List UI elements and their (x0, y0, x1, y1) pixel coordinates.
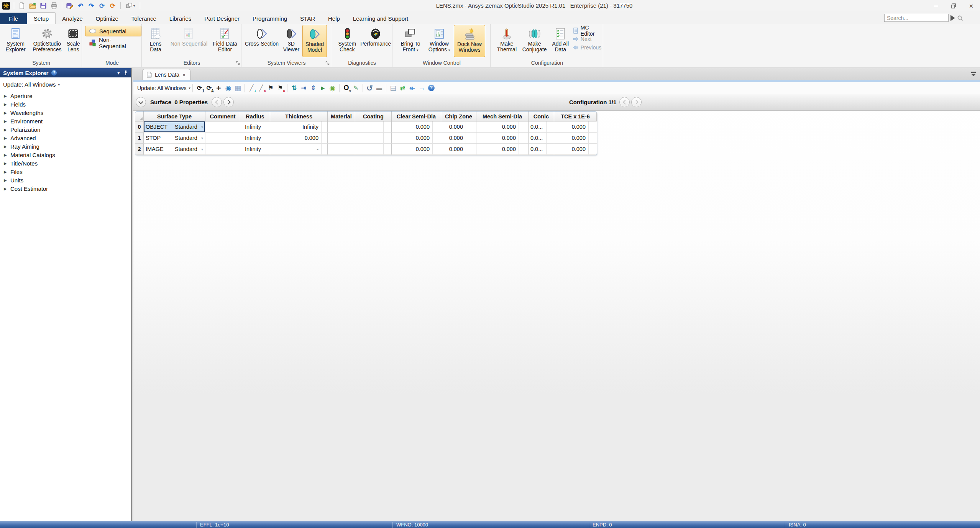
3d-viewer-button[interactable]: 3D Viewer (280, 25, 302, 57)
thickness-cell[interactable]: Infinity (270, 121, 322, 133)
chip-zone-solve-cell[interactable] (466, 121, 476, 133)
radius-solve-cell[interactable] (264, 121, 270, 133)
help-icon[interactable]: ? (427, 83, 436, 93)
tab-analyze[interactable]: Analyze (56, 13, 89, 24)
coating-cell[interactable] (355, 121, 384, 133)
print-icon[interactable] (49, 1, 59, 10)
tab-help[interactable]: Help (322, 13, 346, 24)
conic-cell[interactable]: 0.0... (529, 121, 547, 133)
refresh-icon[interactable]: ⟳ (97, 1, 107, 10)
reverse-system-icon[interactable]: ↺ (365, 83, 374, 93)
column-header[interactable]: TCE x 1E-6 (554, 112, 597, 121)
scale-surfaces-icon[interactable]: ⇕ (309, 83, 318, 93)
window-list-icon[interactable] (970, 71, 977, 77)
thickness-solve-cell[interactable] (322, 144, 328, 155)
comment-cell[interactable] (205, 121, 240, 133)
expand-arrow-icon[interactable]: ▶ (4, 187, 7, 191)
collapse-properties-button[interactable] (136, 97, 146, 107)
insert-after-icon[interactable]: ⇥ (299, 83, 309, 93)
previous-surface-button[interactable] (212, 97, 222, 107)
column-header[interactable]: Clear Semi-Dia (392, 112, 441, 121)
material-solve-cell[interactable] (349, 144, 355, 155)
close-tab-icon[interactable]: × (182, 72, 186, 78)
bring-to-front-button[interactable]: Bring To Front ▾ (396, 25, 425, 57)
radius-cell[interactable]: Infinity (240, 121, 264, 133)
conic-solve-cell[interactable] (547, 121, 554, 133)
surface-report-icon[interactable]: ▤ (388, 83, 398, 93)
chip-zone-cell[interactable]: 0.000 (441, 133, 466, 144)
comment-cell[interactable] (205, 144, 240, 155)
row-header[interactable]: 2 (135, 144, 144, 155)
column-header[interactable]: Surface Type (144, 112, 205, 121)
tab-libraries[interactable]: Libraries (163, 13, 198, 24)
previous-group-icon[interactable]: ↞ (407, 83, 417, 93)
scale-lens-button[interactable]: Scale Lens (65, 25, 82, 57)
toolbar-update-control[interactable]: Update: All Windows ▾ (137, 85, 190, 91)
row-header[interactable]: 1 (135, 133, 144, 144)
tce-cell[interactable]: 0.000 (554, 121, 589, 133)
tab-setup[interactable]: Setup (27, 12, 56, 24)
reverse-elements-icon[interactable]: ⇅ (289, 83, 299, 93)
radius-cell[interactable]: Infinity (240, 144, 264, 155)
expand-arrow-icon[interactable]: ▶ (4, 94, 7, 98)
help-icon[interactable]: ? (51, 70, 57, 76)
table-corner-cell[interactable] (135, 112, 144, 121)
clear-semi-dia-cell[interactable]: 0.000 (392, 121, 433, 133)
thickness-solve-cell[interactable] (322, 133, 328, 144)
thickness-cell[interactable]: 0.000 (270, 133, 322, 144)
radius-solve-cell[interactable] (264, 144, 270, 155)
mech-semi-dia-cell[interactable]: 0.000 (476, 121, 519, 133)
coating-cell[interactable] (355, 133, 384, 144)
tab-star[interactable]: STAR (294, 13, 322, 24)
cross-section-button[interactable]: Cross-Section (243, 25, 280, 57)
chip-zone-cell[interactable]: 0.000 (441, 144, 466, 155)
column-header[interactable]: Conic (529, 112, 554, 121)
chip-zone-solve-cell[interactable] (466, 144, 476, 155)
sidebar-item-environment[interactable]: ▶Environment (0, 117, 131, 125)
column-header[interactable]: Material (328, 112, 355, 121)
tab-part-designer[interactable]: Part Designer (198, 13, 246, 24)
dropdown-caret-icon[interactable]: ▾ (201, 125, 203, 129)
tab-lens-data[interactable]: Lens Data × (142, 69, 190, 80)
sidebar-item-material-catalogs[interactable]: ▶Material Catalogs (0, 151, 131, 159)
close-button[interactable]: × (962, 0, 980, 11)
dropdown-caret-icon[interactable]: ▾ (201, 147, 203, 151)
mech-semi-dia-solve-cell[interactable] (519, 144, 529, 155)
expand-arrow-icon[interactable]: ▶ (4, 136, 7, 140)
column-header[interactable]: Coating (355, 112, 392, 121)
radius-cell[interactable]: Infinity (240, 133, 264, 144)
refresh-all-icon[interactable]: ⟳ (108, 1, 117, 10)
next-surface-button[interactable] (223, 97, 234, 107)
sidebar-item-title-notes[interactable]: ▶Title/Notes (0, 159, 131, 167)
thickness-solve-cell[interactable] (322, 121, 328, 133)
mc-editor-button[interactable]: MC Editor (573, 27, 603, 34)
field-data-editor-button[interactable]: Field Data Editor (210, 25, 240, 57)
update-all-icon[interactable]: ⟳A (204, 83, 214, 93)
expand-arrow-icon[interactable]: ▶ (4, 111, 7, 115)
tce-solve-cell[interactable] (589, 133, 597, 144)
clear-run-icon[interactable]: ⚑× (276, 83, 285, 93)
system-check-button[interactable]: System Check (335, 25, 359, 57)
sidebar-item-aperture[interactable]: ▶Aperture (0, 92, 131, 100)
mech-semi-dia-cell[interactable]: 0.000 (476, 133, 519, 144)
column-header[interactable]: Thickness (270, 112, 328, 121)
shaded-model-button[interactable]: Shaded Model (302, 25, 327, 57)
tce-cell[interactable]: 0.000 (554, 133, 589, 144)
next-configuration-button[interactable] (631, 97, 642, 107)
update-surface-icon[interactable]: ⟳1 (195, 83, 204, 93)
coating-solve-cell[interactable] (384, 121, 392, 133)
sidebar-item-cost-estimator[interactable]: ▶Cost Estimator (0, 184, 131, 193)
material-solve-cell[interactable] (349, 121, 355, 133)
material-cell[interactable] (328, 133, 349, 144)
sidebar-item-fields[interactable]: ▶Fields (0, 100, 131, 108)
tab-file[interactable]: File (0, 13, 27, 24)
sidebar-item-units[interactable]: ▶Units (0, 176, 131, 184)
delete-surface-icon[interactable]: ╱× (256, 83, 266, 93)
lens-data-button[interactable]: Lens Data (144, 25, 167, 57)
clear-semi-dia-solve-cell[interactable] (433, 121, 441, 133)
minimize-button[interactable] (927, 0, 945, 11)
tab-learning-support[interactable]: Learning and Support (346, 13, 415, 24)
clear-semi-dia-cell[interactable]: 0.000 (392, 144, 433, 155)
sidebar-item-wavelengths[interactable]: ▶Wavelengths (0, 108, 131, 117)
tce-solve-cell[interactable] (589, 121, 597, 133)
